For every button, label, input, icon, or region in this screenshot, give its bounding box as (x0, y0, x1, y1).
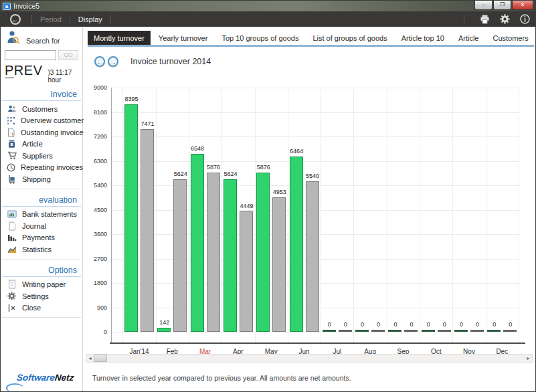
outstanding-invoices-icon (7, 128, 15, 137)
search-input[interactable] (5, 50, 56, 60)
bar-value-label: 5876 (200, 164, 228, 171)
bar-previous-year-Jan'14 (141, 129, 154, 332)
section-header-invoice: Invoice (2, 84, 81, 101)
bar-selected-year-Feb (157, 328, 171, 332)
sidebar-item-statistics[interactable]: Statistics (1, 243, 82, 256)
bar-selected-year-Sep (388, 330, 401, 332)
scrollbar-thumb[interactable] (94, 355, 107, 362)
info-icon[interactable] (519, 14, 530, 25)
sidebar-item-settings[interactable]: Settings (1, 290, 82, 302)
toolbar-separator (70, 15, 70, 24)
tab-top-10-groups-of-goods[interactable]: Top 10 groups of goods (215, 31, 304, 45)
journal-icon (7, 221, 17, 231)
overview-customers-icon (7, 116, 15, 125)
bar-selected-year-May (256, 173, 270, 332)
tab-montly-turnover[interactable]: Montly turnover (88, 31, 151, 45)
bar-selected-year-Aug (355, 330, 369, 332)
app-icon: a (3, 3, 11, 10)
sidebar-item-oustanding-invoices[interactable]: Oustanding invoices (1, 126, 82, 138)
section-header-evaluation: evaluation (2, 189, 81, 207)
app-window: a Invoice5 – ❒ x ← Period Display (0, 0, 536, 392)
x-gridline (452, 88, 453, 342)
bar-value-label: 5540 (299, 173, 327, 179)
print-icon[interactable] (479, 14, 490, 25)
sidebar-item-writing-paper[interactable]: Writing paper (1, 279, 82, 291)
writing-paper-icon (7, 280, 17, 289)
toolbar: ← Period Display (1, 11, 535, 27)
display-button[interactable]: Display (76, 15, 105, 23)
y-axis-tick-label: 0 (88, 328, 107, 335)
bar-previous-year-Feb (173, 179, 187, 332)
next-year-arrow-icon[interactable]: → (108, 56, 118, 67)
bar-previous-year-Apr (240, 211, 253, 332)
x-gridline (519, 88, 519, 342)
bar-value-label: 5624 (217, 171, 244, 177)
y-axis-line (111, 88, 112, 342)
bar-previous-year-Mar (207, 173, 220, 332)
x-gridline (122, 88, 123, 342)
close-button[interactable]: x (512, 1, 533, 10)
sidebar-separator (2, 317, 81, 318)
horizontal-scrollbar[interactable]: ◄ ► (86, 354, 533, 363)
bar-previous-year-Jun (306, 181, 319, 332)
maximize-button[interactable]: ❒ (493, 1, 511, 10)
tab-list-of-groups-of-goods[interactable]: List of groups of goods (306, 31, 393, 45)
tab-article[interactable]: Article (452, 31, 485, 45)
toolbar-separator (464, 15, 464, 24)
bar-selected-year-Jul (323, 330, 336, 332)
minimize-button[interactable]: – (474, 1, 493, 10)
back-icon[interactable]: ← (10, 14, 21, 25)
datetime-label: )3 11:17 hour (48, 69, 82, 84)
y-gridline (111, 136, 519, 137)
softwarenetz-logo: SoftwareNetz (16, 373, 74, 383)
sidebar-item-journal[interactable]: Journal (1, 220, 82, 232)
bar-value-label: 0 (497, 321, 524, 328)
sidebar-item-bank-statements[interactable]: Bank statements (1, 209, 82, 221)
sidebar: Search for GO PREV )3 11:17 hour Invoice… (1, 27, 83, 392)
scroll-left-icon[interactable]: ◄ (86, 355, 94, 362)
go-button[interactable]: GO (58, 50, 78, 60)
tab-customers[interactable]: Customers (486, 31, 534, 45)
x-axis-line (110, 342, 525, 344)
scroll-right-icon[interactable]: ► (525, 355, 532, 362)
bar-previous-year-Dec (503, 330, 517, 332)
tab-article-top-10[interactable]: Article top 10 (395, 31, 450, 45)
sidebar-item-payments[interactable]: Payments (1, 232, 82, 244)
toolbar-separator (110, 15, 111, 24)
close-exit-icon (7, 303, 17, 312)
gear-icon[interactable] (499, 14, 510, 25)
logo-arc-graphic (6, 383, 23, 392)
prev-year-arrow-icon[interactable]: ← (94, 56, 105, 67)
prev-label[interactable]: PREV (5, 63, 42, 78)
bar-previous-year-Aug (371, 330, 385, 332)
window-title: Invoice5 (13, 2, 39, 10)
y-gridline (111, 161, 519, 162)
bar-selected-year-Mar (191, 154, 204, 332)
settings-gear-icon (7, 292, 17, 301)
toolbar-separator (31, 15, 32, 24)
bar-previous-year-Nov (470, 330, 484, 332)
sidebar-item-suppliers[interactable]: Suppliers (1, 150, 82, 162)
y-axis-tick-label: 3600 (88, 231, 107, 237)
y-axis-tick-label: 2700 (88, 256, 107, 262)
x-gridline (321, 88, 321, 342)
tab-yearly-turnover[interactable]: Yearly turnover (153, 31, 214, 45)
y-axis-tick-label: 4500 (88, 207, 107, 213)
x-gridline (255, 88, 256, 342)
y-axis-tick-label: 8100 (88, 109, 107, 116)
sidebar-item-overview-customers[interactable]: Overview customers (1, 115, 82, 127)
sidebar-item-shipping[interactable]: Shipping (1, 173, 82, 185)
period-button[interactable]: Period (37, 15, 64, 23)
chart-footnote: Turnover in selected year compared to pr… (92, 374, 351, 382)
turnover-bar-chart: 0900180027003600450054006300720081009000… (88, 83, 535, 359)
sidebar-item-customers[interactable]: Customers (1, 103, 82, 115)
x-gridline (221, 88, 222, 342)
search-label: Search for (26, 37, 60, 45)
sidebar-item-article[interactable]: Article (1, 138, 82, 151)
x-gridline (420, 88, 420, 342)
sidebar-item-close[interactable]: Close (1, 302, 82, 314)
sidebar-item-repeating-invoices[interactable]: Repeating invoices (1, 162, 82, 174)
y-axis-tick-label: 5400 (88, 182, 107, 189)
y-axis-tick-label: 1800 (88, 280, 107, 286)
shipping-icon (7, 175, 17, 184)
